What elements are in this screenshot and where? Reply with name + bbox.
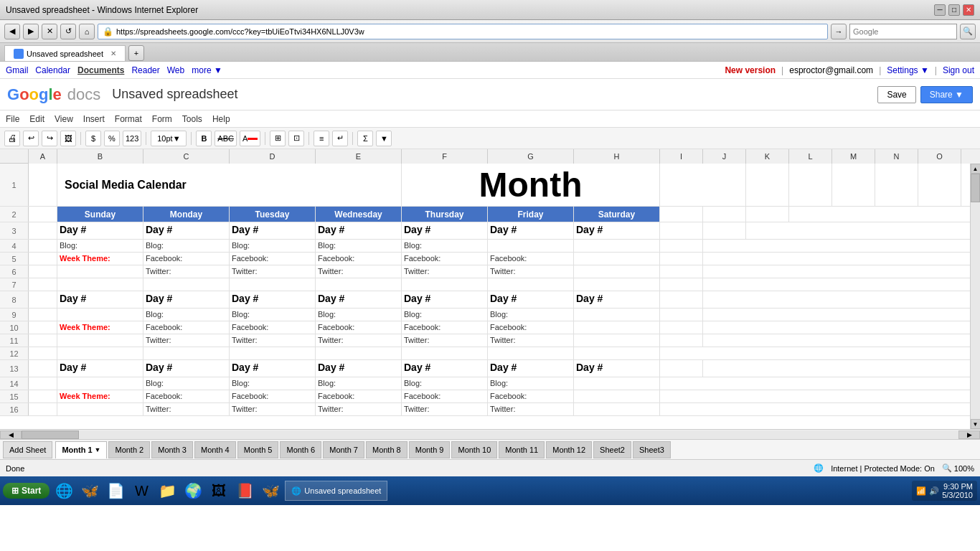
cell-9c[interactable]: Blog:	[143, 309, 230, 321]
forward-btn[interactable]: ▶	[23, 24, 39, 39]
cell-6e[interactable]: Twitter:	[316, 265, 402, 278]
hscroll-thumb[interactable]	[22, 430, 79, 439]
cell-8g[interactable]: Day #	[488, 291, 574, 308]
cell-8f[interactable]: Day #	[402, 291, 488, 308]
col-header-n[interactable]: N	[875, 149, 918, 164]
cell-13a[interactable]	[29, 360, 57, 377]
cell-11g[interactable]: Twitter:	[488, 334, 574, 347]
cell-8c[interactable]: Day #	[143, 291, 230, 308]
menu-help[interactable]: Help	[212, 114, 230, 124]
cell-5a[interactable]	[29, 253, 57, 265]
cell-11d[interactable]: Twitter:	[230, 334, 316, 347]
cell-8e[interactable]: Day #	[316, 291, 402, 308]
col-header-k[interactable]: K	[746, 149, 789, 164]
cell-7d[interactable]	[230, 278, 316, 291]
address-bar[interactable]	[116, 27, 823, 36]
menu-file[interactable]: File	[6, 114, 19, 124]
cell-15h[interactable]	[574, 390, 660, 402]
cell-6i[interactable]	[660, 265, 703, 278]
cell-15a[interactable]	[29, 390, 57, 402]
cell-3c[interactable]: Day #	[143, 222, 230, 239]
sheet-tab-month3[interactable]: Month 3	[151, 441, 193, 458]
sheet-tab-month2[interactable]: Month 2	[108, 441, 150, 458]
cell-8d[interactable]: Day #	[230, 291, 316, 308]
cell-1k[interactable]	[832, 164, 875, 206]
cell-14h[interactable]	[574, 377, 660, 390]
merge-btn[interactable]: ⊡	[288, 131, 304, 146]
cell-9f[interactable]: Blog:	[402, 309, 488, 321]
new-tab-btn[interactable]: +	[128, 45, 144, 61]
cell-15c[interactable]: Facebook:	[143, 390, 230, 402]
cell-thursday[interactable]: Thursday	[402, 207, 488, 222]
nav-web[interactable]: Web	[167, 65, 184, 75]
horizontal-scrollbar[interactable]: ◀ ▶	[0, 429, 980, 439]
taskbar-globe-icon[interactable]: 🌍	[182, 479, 204, 502]
cell-14g[interactable]: Blog:	[488, 377, 574, 390]
col-header-f[interactable]: F	[402, 149, 488, 164]
sheet-tab-month10[interactable]: Month 10	[451, 441, 497, 458]
col-header-i[interactable]: I	[660, 149, 703, 164]
new-version-link[interactable]: New version	[725, 65, 776, 75]
cell-12c[interactable]	[143, 347, 230, 359]
cell-3h[interactable]: Day #	[574, 222, 660, 239]
taskbar-word-icon[interactable]: W	[130, 479, 153, 502]
print-btn[interactable]: 🖨	[4, 131, 20, 146]
col-header-h[interactable]: H	[574, 149, 660, 164]
scroll-up-btn[interactable]: ▲	[971, 164, 981, 174]
close-btn[interactable]: ✕	[963, 4, 974, 16]
col-header-l[interactable]: L	[789, 149, 832, 164]
cell-wednesday[interactable]: Wednesday	[316, 207, 402, 222]
scroll-right-btn[interactable]: ▶	[958, 430, 980, 439]
cell-6f[interactable]: Twitter:	[402, 265, 488, 278]
cell-15e[interactable]: Facebook:	[316, 390, 402, 402]
cell-sunday[interactable]: Sunday	[57, 207, 143, 222]
strikethrough-btn[interactable]: ABC	[215, 131, 237, 146]
cell-3f[interactable]: Day #	[402, 222, 488, 239]
cell-3i[interactable]	[660, 222, 703, 239]
sheet-tab-month9[interactable]: Month 9	[409, 441, 451, 458]
nav-documents[interactable]: Documents	[77, 65, 124, 75]
cell-12a[interactable]	[29, 347, 57, 359]
cell-13h[interactable]: Day #	[574, 360, 660, 377]
nav-calendar[interactable]: Calendar	[35, 65, 70, 75]
sheet-tab-month5[interactable]: Month 5	[237, 441, 279, 458]
text-color-btn[interactable]: A	[240, 131, 260, 146]
cell-12g[interactable]	[488, 347, 574, 359]
taskbar-butterfly-icon[interactable]: 🦋	[259, 479, 282, 502]
sheet-tab-month11[interactable]: Month 11	[499, 441, 545, 458]
percent-btn[interactable]: %	[104, 131, 120, 146]
cell-5d[interactable]: Facebook:	[230, 253, 316, 265]
cell-5f[interactable]: Facebook:	[402, 253, 488, 265]
menu-form[interactable]: Form	[152, 114, 172, 124]
back-btn[interactable]: ◀	[4, 24, 20, 39]
cell-14d[interactable]: Blog:	[230, 377, 316, 390]
cell-11c[interactable]: Twitter:	[143, 334, 230, 347]
cell-2i[interactable]	[660, 207, 703, 222]
cell-14e[interactable]: Blog:	[316, 377, 402, 390]
sheet-tab-month1[interactable]: Month 1 ▼	[55, 441, 107, 458]
start-button[interactable]: ⊞ Start	[3, 483, 50, 499]
cell-9d[interactable]: Blog:	[230, 309, 316, 321]
cell-12e[interactable]	[316, 347, 402, 359]
cell-saturday[interactable]: Saturday	[574, 207, 660, 222]
formula-btn[interactable]: Σ	[357, 131, 373, 146]
taskbar-ie-icon[interactable]: 🌐	[52, 479, 75, 502]
cell-13b[interactable]: Day #	[57, 360, 143, 377]
nav-more[interactable]: more ▼	[192, 65, 222, 75]
cell-7a[interactable]	[29, 278, 57, 291]
cell-16g[interactable]: Twitter:	[488, 403, 574, 415]
cell-10g[interactable]: Facebook:	[488, 321, 574, 334]
sheet-tab-month8[interactable]: Month 8	[366, 441, 407, 458]
cell-13g[interactable]: Day #	[488, 360, 574, 377]
cell-12d[interactable]	[230, 347, 316, 359]
cell-9e[interactable]: Blog:	[316, 309, 402, 321]
add-sheet-button[interactable]: Add Sheet	[3, 441, 52, 458]
cell-4d[interactable]: Blog:	[230, 240, 316, 252]
cell-8a[interactable]	[29, 291, 57, 308]
cell-title[interactable]: Social Media Calendar	[57, 164, 402, 206]
cell-10c[interactable]: Facebook:	[143, 321, 230, 334]
sheet-tab-sheet3[interactable]: Sheet3	[633, 441, 671, 458]
align-btn[interactable]: ≡	[314, 131, 329, 146]
cell-15g[interactable]: Facebook:	[488, 390, 574, 402]
sheet-tab-month7[interactable]: Month 7	[323, 441, 364, 458]
